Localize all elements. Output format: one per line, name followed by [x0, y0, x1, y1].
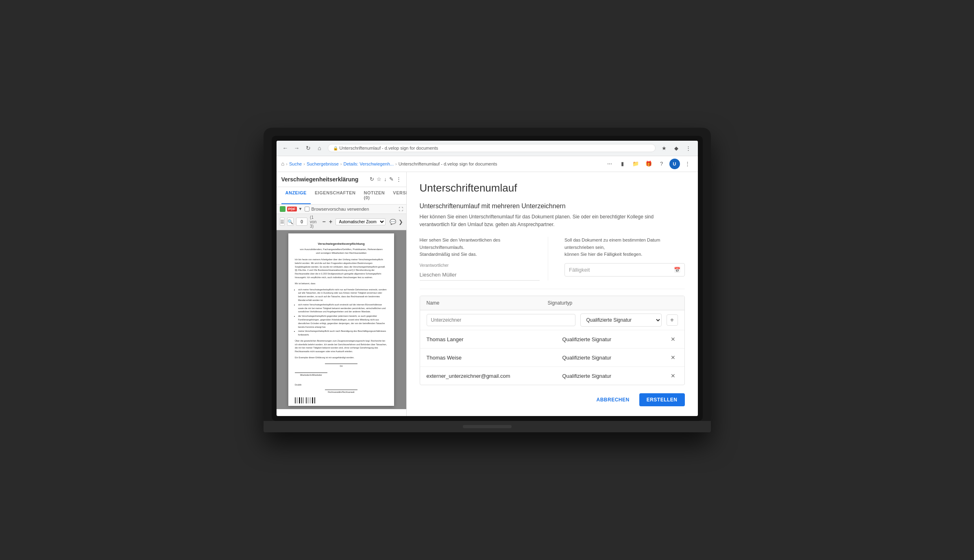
divider [420, 289, 685, 289]
pdf-doc-title: Verschwiegenheitsverpflichtung [295, 242, 388, 246]
browser-nav: ← → ↻ ⌂ [281, 143, 325, 153]
menu-icon[interactable]: ⋮ [683, 143, 694, 153]
pdf-sig-lawyer: Rechtsanwältin/Rechtsanwalt [295, 390, 388, 394]
breadcrumb: ⌂ › Suche › Suchergebnisse › Details: Ve… [281, 161, 497, 167]
page-number-input[interactable] [296, 218, 307, 226]
browser-preview-toggle[interactable]: Browservorschau verwenden [305, 207, 369, 211]
signers-table: Name Signaturtyp Qualifizierte Signatur [420, 296, 685, 385]
help-icon[interactable]: ? [656, 159, 667, 169]
verantwortlicher-input[interactable] [420, 269, 540, 281]
faelligkeit-label: Fälligkeit [569, 267, 590, 273]
reload-button[interactable]: ↻ [303, 143, 313, 153]
tabs-bar: ANZEIGE EIGENSCHAFTEN NOTIZEN (0) VERSIO… [277, 187, 406, 205]
comment-icon[interactable]: 💬 [390, 219, 396, 225]
back-button[interactable]: ← [281, 143, 290, 153]
thumbnail-toggle[interactable]: ☰ [280, 218, 285, 226]
bookmark-icon[interactable]: ★ [659, 143, 669, 153]
responsible-col: Hier sehen Sie den Verantwortlichen des … [420, 237, 549, 281]
pdf-doc-subtitle: von Auszubildenden, Fachangestellten/Geh… [295, 248, 388, 255]
signer-name-1: Thomas Langer [427, 336, 562, 342]
date-desc: Soll das Dokument zu einem bestimmten Da… [564, 237, 685, 258]
tab-eigenschaften[interactable]: EIGENSCHAFTEN [311, 187, 360, 204]
browser-actions: ★ ◆ ⋮ [659, 143, 694, 153]
signer-add-row: Qualifizierte Signatur + [420, 310, 684, 330]
delete-signer-3-button[interactable]: ✕ [668, 371, 678, 381]
app-header: ⌂ › Suche › Suchergebnisse › Details: Ve… [277, 156, 698, 172]
address-text: Unterschriftenumlauf - d.velop sign for … [340, 146, 438, 150]
pdf-toolbar: PDF ▼ Browservorschau verwenden ⛶ [277, 205, 406, 214]
signer-sig-type-3: Qualifizierte Signatur [562, 373, 668, 379]
signer-sig-type-1: Qualifizierte Signatur [562, 336, 668, 342]
zoom-out-button[interactable]: − [322, 218, 326, 225]
pdf-date-line: Ort [295, 364, 388, 368]
layout-icon[interactable]: ▮ [617, 159, 628, 169]
dropdown-arrow[interactable]: ▼ [299, 207, 303, 211]
address-bar[interactable]: 🔒 Unterschriftenumlauf - d.velop sign fo… [328, 144, 656, 152]
pdf-body-para4: Ein Exemplar dieser Erklärung ist mir au… [295, 356, 388, 360]
delete-signer-2-button[interactable]: ✕ [668, 353, 678, 362]
cancel-button[interactable]: ABBRECHEN [591, 394, 634, 406]
star-icon[interactable]: ☆ [377, 176, 381, 182]
header-icons: ⋅⋅⋅ ▮ 📁 🎁 ? U ⋮ [604, 159, 693, 169]
panel-title: Unterschriftenumlauf [420, 182, 685, 194]
page-info: (1 von 3) [310, 215, 319, 229]
refresh-icon[interactable]: ↻ [370, 176, 374, 182]
pdf-content: Verschwiegenheitsverpflichtung von Auszu… [295, 242, 388, 403]
zoom-select[interactable]: Automatischer Zoom [336, 218, 386, 225]
signer-name-3: externer_unterzeichner@gmail.com [427, 373, 562, 379]
gift-icon[interactable]: 🎁 [643, 159, 654, 169]
fullscreen-button[interactable]: ⛶ [399, 207, 403, 211]
more-options-icon[interactable]: ⋮ [682, 159, 693, 169]
signers-header: Name Signaturtyp [420, 296, 684, 310]
breadcrumb-suche[interactable]: Suche [289, 161, 302, 166]
more-icon[interactable]: ⋮ [396, 176, 401, 182]
table-row: Thomas Weise Qualifizierte Signatur ✕ [420, 349, 684, 367]
pdf-body-para2: Mir ist bekannt, dass [295, 282, 388, 285]
pdf-date-line2: Doublé: [295, 384, 388, 387]
screen: ← → ↻ ⌂ 🔒 Unterschriftenumlauf - d.velop… [277, 141, 698, 416]
pdf-body-para1: Ich bin heute von meinem Arbeitgeber übe… [295, 258, 388, 279]
responsible-date-row: Hier sehen Sie den Verantwortlichen des … [420, 237, 685, 281]
doc-title-actions: ↻ ☆ ↓ ✎ ⋮ [370, 176, 401, 182]
download-icon[interactable]: ↓ [384, 176, 387, 182]
folder-icon[interactable]: 📁 [630, 159, 641, 169]
expand-icon[interactable]: ❯ [399, 219, 403, 225]
col-name-header: Name [427, 300, 548, 306]
screen-bezel: ← → ↻ ⌂ 🔒 Unterschriftenumlauf - d.velop… [272, 136, 703, 421]
pdf-nav-bar: ☰ 🔍 (1 von 3) − + Automatischer Zoom 💬 ❯ [277, 214, 406, 230]
edit-icon[interactable]: ✎ [389, 176, 394, 182]
pdf-list: sich meine Verschwiegenheitspflicht nich… [295, 288, 388, 337]
new-signer-input[interactable] [427, 314, 575, 326]
browser-window: ← → ↻ ⌂ 🔒 Unterschriftenumlauf - d.velop… [277, 141, 698, 416]
doc-container: Verschwiegenheitserklärung ↻ ☆ ↓ ✎ ⋮ [277, 172, 698, 416]
breadcrumb-current: Unterschriftenumlauf - d.velop sign for … [399, 161, 497, 166]
signer-sig-type-2: Qualifizierte Signatur [562, 355, 668, 361]
table-row: externer_unterzeichner@gmail.com Qualifi… [420, 367, 684, 385]
user-avatar[interactable]: U [669, 159, 680, 169]
delete-signer-1-button[interactable]: ✕ [668, 334, 678, 344]
doc-title: Verschwiegenheitserklärung [281, 176, 367, 183]
breadcrumb-ergebnisse[interactable]: Suchergebnisse [307, 161, 339, 166]
laptop-frame: ← → ↻ ⌂ 🔒 Unterschriftenumlauf - d.velop… [264, 128, 711, 432]
form-actions: ABBRECHEN ERSTELLEN [420, 393, 685, 406]
grid-icon[interactable]: ⋅⋅⋅ [604, 159, 615, 169]
faelligkeit-input[interactable]: Fälligkeit 📅 [564, 263, 685, 277]
forward-button[interactable]: → [292, 143, 302, 153]
faelligkeit-group: Fälligkeit 📅 [564, 263, 685, 277]
browser-preview-checkbox[interactable] [305, 207, 309, 211]
tab-notizen[interactable]: NOTIZEN (0) [360, 187, 389, 204]
pdf-preview: Verschwiegenheitsverpflichtung von Auszu… [277, 230, 406, 409]
create-button[interactable]: ERSTELLEN [639, 393, 685, 406]
home-button[interactable]: ⌂ [315, 143, 325, 153]
extensions-icon[interactable]: ◆ [671, 143, 682, 153]
new-signer-sig-select[interactable]: Qualifizierte Signatur [580, 314, 662, 327]
tab-anzeige[interactable]: ANZEIGE [281, 187, 311, 204]
browser-topbar: ← → ↻ ⌂ 🔒 Unterschriftenumlauf - d.velop… [277, 141, 698, 156]
breadcrumb-details[interactable]: Details: Verschwiegenh... [343, 161, 394, 166]
right-panel: Unterschriftenumlauf Unterschriftenumlau… [407, 172, 698, 416]
calendar-icon: 📅 [674, 267, 680, 273]
add-signer-button[interactable]: + [667, 314, 678, 326]
home-icon[interactable]: ⌂ [281, 161, 285, 167]
zoom-in-button[interactable]: + [329, 218, 333, 225]
search-pdf-button[interactable]: 🔍 [287, 218, 294, 226]
